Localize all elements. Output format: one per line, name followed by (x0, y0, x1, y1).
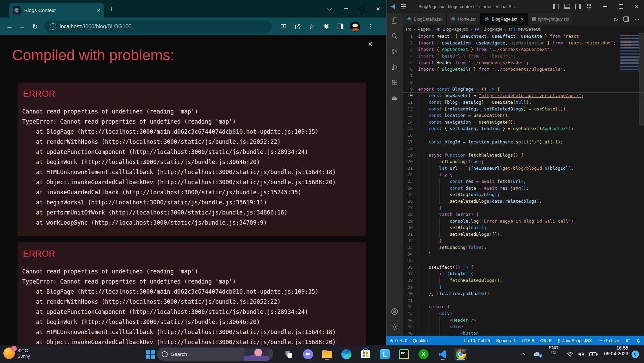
onedrive-tray-icon[interactable]: ↻ (533, 345, 541, 363)
toggle-sidebar-icon[interactable] (553, 4, 559, 9)
code-line[interactable]: 35 (403, 257, 644, 264)
code-line[interactable]: 31setRelatedBlogs([]); (403, 231, 644, 238)
code-line[interactable]: 6import { BlogDetails } from '../compone… (403, 66, 644, 73)
minimap[interactable] (620, 34, 639, 71)
code-area[interactable]: 1import React, { useContext, useEffect, … (403, 33, 644, 336)
code-line[interactable]: 12const [relatedblogs, setRelatedBlogs] … (403, 106, 644, 112)
code-line[interactable]: 29console.log("Error aagya in blog id wa… (403, 218, 644, 225)
chrome-button[interactable] (454, 348, 467, 361)
code-line[interactable]: 34} (403, 251, 644, 258)
microsoft-store-button[interactable] (359, 348, 372, 361)
code-line[interactable]: 37if (blogId) { (403, 270, 644, 277)
docker-icon[interactable] (386, 90, 403, 106)
start-button[interactable] (144, 348, 157, 361)
notification-count[interactable]: 8 (632, 345, 639, 363)
forward-button[interactable]: → (17, 21, 28, 32)
explorer-icon[interactable] (386, 13, 403, 28)
run-file-icon[interactable]: ▷ (614, 16, 618, 22)
taskbar-search[interactable]: Search (157, 348, 273, 361)
run-debug-icon[interactable] (386, 59, 403, 75)
tab-search-chevron-icon[interactable] (321, 0, 338, 18)
code-line[interactable]: 43<div> (403, 310, 644, 317)
vscode-taskbar-button[interactable] (436, 348, 449, 361)
cursor-position[interactable]: Ln 10, Col 25 (464, 338, 490, 343)
code-line[interactable]: 5import Header from '../components/Heade… (403, 59, 644, 66)
account-icon[interactable] (386, 304, 403, 319)
breadcrumb-item-pages[interactable]: Pages (417, 27, 430, 32)
tab-home[interactable]: Home.jsx (447, 13, 480, 25)
back-button[interactable]: ← (4, 21, 15, 32)
browser-close-button[interactable]: × (370, 0, 386, 18)
edge-button[interactable] (340, 348, 353, 361)
source-control-icon[interactable] (386, 44, 403, 59)
code-line[interactable]: 40}, [location.pathname]) (403, 290, 644, 297)
code-line[interactable]: 1import React, { useContext, useEffect, … (403, 33, 644, 40)
xbox-button[interactable]: X (417, 348, 430, 361)
code-line[interactable]: 25setBlog(data.blog); (403, 191, 644, 198)
code-line[interactable]: 23const res = await fetch(url); (403, 178, 644, 185)
browser-menu-icon[interactable]: ⋮ (366, 23, 374, 31)
site-info-icon[interactable]: i (50, 23, 56, 30)
install-app-icon[interactable] (279, 23, 287, 31)
feedback-icon[interactable] (625, 338, 630, 343)
breadcrumb-item-variable[interactable]: newBaseUrl (518, 27, 541, 32)
language-mode[interactable]: {} JavaScript JSX (557, 338, 592, 343)
code-line[interactable]: 27} (403, 204, 644, 211)
code-line[interactable]: 15const { setLoading, loading } = useCon… (403, 125, 644, 132)
menu-hamburger-icon[interactable] (401, 4, 406, 8)
code-line[interactable]: 20setLoading(true); (403, 158, 644, 165)
tray-chevron[interactable] (521, 345, 524, 363)
tab-close-icon[interactable]: × (521, 16, 523, 22)
notifications-bell-icon[interactable] (636, 338, 641, 343)
breadcrumb-item-symbol[interactable]: BlogPage (483, 27, 502, 32)
editor-scrollbar[interactable] (639, 33, 644, 126)
indentation-setting[interactable]: Spaces: 4 (496, 338, 516, 343)
code-line[interactable]: 9export const BlogPage = () => { (403, 86, 644, 93)
profile-avatar[interactable] (350, 22, 360, 32)
volume-tray-icon[interactable] (578, 345, 584, 363)
breadcrumb-item-src[interactable]: src (405, 27, 411, 32)
toggle-panel-icon[interactable] (564, 4, 570, 9)
toggle-secondary-sidebar-icon[interactable] (575, 4, 581, 9)
code-line[interactable]: 32} (403, 237, 644, 244)
eol-setting[interactable]: CRLF (540, 338, 551, 343)
code-line[interactable]: 18 (403, 145, 644, 152)
code-line[interactable]: 36useEffect(() => { (403, 264, 644, 271)
vscode-close-button[interactable]: × (629, 0, 644, 13)
tab-blogdetails[interactable]: BlogDetails.jsx (403, 13, 447, 25)
code-line[interactable]: 16 (403, 132, 644, 139)
overlay-close-icon[interactable]: × (368, 39, 373, 49)
browser-tab[interactable]: Blogs Context × (9, 3, 104, 18)
share-icon[interactable] (294, 23, 302, 31)
url-text[interactable]: localhost:3000/blog/BLOG100 (60, 24, 132, 30)
code-line[interactable]: 42return ( (403, 303, 644, 310)
code-line[interactable]: 10const newBaseUrl = "https://codehelp-a… (403, 92, 644, 99)
pycharm-button[interactable]: PC (398, 348, 410, 361)
code-line[interactable]: 24const data = await res.json(); (403, 185, 644, 192)
battery-tray-icon[interactable] (589, 345, 598, 363)
code-line[interactable]: 46<button (403, 330, 644, 336)
browser-maximize-button[interactable] (354, 0, 370, 18)
code-line[interactable]: 39} (403, 284, 644, 291)
l-app-button[interactable]: L (378, 348, 391, 361)
reload-button[interactable]: ↻ (30, 21, 40, 32)
code-line[interactable]: 30setBlog(null); (403, 224, 644, 231)
code-line[interactable]: 21let url = `${newBaseUrl}get-blog?blogI… (403, 165, 644, 172)
vscode-maximize-button[interactable] (613, 0, 629, 13)
task-view-button[interactable] (282, 348, 295, 361)
code-line[interactable]: 26setRelatedBlogs(data.relatedblogs); (403, 198, 644, 205)
code-line[interactable]: 41 (403, 297, 644, 304)
code-line[interactable]: 22try { (403, 171, 644, 178)
go-live-button[interactable]: Go Live (598, 338, 619, 343)
tab-zip[interactable]: bjhbvghftguy.zip (528, 13, 574, 25)
bookmark-star-icon[interactable]: ☆ (308, 23, 316, 31)
more-actions-icon[interactable]: ··· (635, 16, 639, 22)
code-line[interactable]: 8 (403, 79, 644, 86)
clock-widget[interactable]: 16:55 06-04-2023 (602, 345, 628, 363)
address-bar[interactable]: i localhost:3000/blog/BLOG100 (44, 21, 272, 33)
vscode-minimize-button[interactable] (598, 0, 613, 13)
encoding-setting[interactable]: UTF-8 (522, 338, 534, 343)
code-line[interactable]: 45<div> (403, 323, 644, 330)
code-line[interactable]: 28catch (error) { (403, 211, 644, 218)
split-screen-icon[interactable] (336, 23, 344, 31)
